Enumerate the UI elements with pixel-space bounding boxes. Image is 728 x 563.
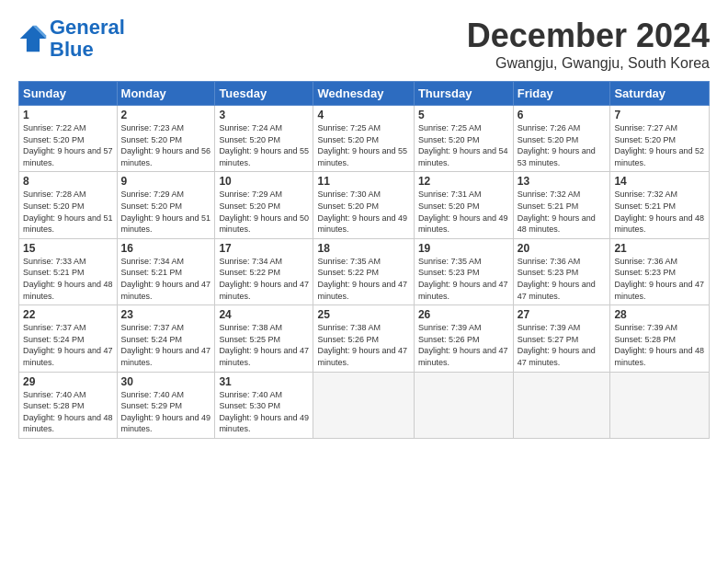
calendar-cell: [610, 372, 710, 438]
day-info: Sunrise: 7:35 AMSunset: 5:23 PMDaylight:…: [418, 256, 509, 302]
day-info: Sunrise: 7:36 AMSunset: 5:23 PMDaylight:…: [614, 256, 705, 302]
day-number: 13: [518, 175, 607, 188]
calendar-cell: 24Sunrise: 7:38 AMSunset: 5:25 PMDayligh…: [215, 305, 313, 372]
day-number: 31: [219, 375, 309, 388]
day-info: Sunrise: 7:35 AMSunset: 5:22 PMDaylight:…: [317, 256, 409, 302]
calendar-cell: 28Sunrise: 7:39 AMSunset: 5:28 PMDayligh…: [610, 305, 710, 372]
day-number: 26: [418, 308, 509, 321]
header: General Blue December 2024 Gwangju, Gwan…: [18, 17, 710, 72]
calendar-table: Sunday Monday Tuesday Wednesday Thursday…: [18, 81, 710, 439]
day-info: Sunrise: 7:39 AMSunset: 5:26 PMDaylight:…: [418, 322, 509, 368]
title-block: December 2024 Gwangju, Gwangju, South Ko…: [467, 17, 710, 72]
day-info: Sunrise: 7:32 AMSunset: 5:21 PMDaylight:…: [518, 189, 607, 235]
day-info: Sunrise: 7:28 AMSunset: 5:20 PMDaylight:…: [23, 189, 113, 235]
calendar-cell: 12Sunrise: 7:31 AMSunset: 5:20 PMDayligh…: [414, 172, 513, 238]
calendar-cell: 14Sunrise: 7:32 AMSunset: 5:21 PMDayligh…: [610, 172, 710, 238]
week-row-3: 15Sunrise: 7:33 AMSunset: 5:21 PMDayligh…: [19, 238, 710, 304]
day-info: Sunrise: 7:29 AMSunset: 5:20 PMDaylight:…: [121, 189, 211, 235]
day-info: Sunrise: 7:37 AMSunset: 5:24 PMDaylight:…: [121, 322, 211, 368]
week-row-5: 29Sunrise: 7:40 AMSunset: 5:28 PMDayligh…: [19, 372, 710, 438]
day-number: 3: [219, 109, 309, 121]
calendar-cell: 13Sunrise: 7:32 AMSunset: 5:21 PMDayligh…: [513, 172, 610, 238]
day-number: 27: [518, 308, 607, 321]
week-row-2: 8Sunrise: 7:28 AMSunset: 5:20 PMDaylight…: [19, 172, 710, 238]
day-number: 24: [219, 308, 309, 321]
day-number: 5: [418, 109, 509, 121]
day-number: 17: [219, 242, 309, 255]
calendar-cell: 26Sunrise: 7:39 AMSunset: 5:26 PMDayligh…: [414, 305, 513, 372]
calendar-cell: 25Sunrise: 7:38 AMSunset: 5:26 PMDayligh…: [313, 305, 414, 372]
col-monday: Monday: [117, 82, 215, 106]
day-number: 25: [317, 308, 409, 321]
day-info: Sunrise: 7:39 AMSunset: 5:28 PMDaylight:…: [614, 322, 705, 368]
day-number: 23: [121, 308, 211, 321]
day-number: 22: [23, 308, 113, 321]
day-info: Sunrise: 7:40 AMSunset: 5:30 PMDaylight:…: [219, 389, 309, 435]
calendar-cell: 18Sunrise: 7:35 AMSunset: 5:22 PMDayligh…: [313, 238, 414, 304]
day-number: 11: [317, 175, 409, 188]
calendar-cell: 21Sunrise: 7:36 AMSunset: 5:23 PMDayligh…: [610, 238, 710, 304]
logo-text: General Blue: [50, 17, 125, 61]
col-saturday: Saturday: [610, 82, 710, 106]
calendar-cell: 31Sunrise: 7:40 AMSunset: 5:30 PMDayligh…: [215, 372, 313, 438]
day-number: 7: [614, 109, 705, 121]
day-info: Sunrise: 7:37 AMSunset: 5:24 PMDaylight:…: [23, 322, 113, 368]
calendar-cell: 3Sunrise: 7:24 AMSunset: 5:20 PMDaylight…: [215, 106, 313, 172]
day-number: 18: [317, 242, 409, 255]
logo-blue: Blue: [50, 38, 94, 61]
col-sunday: Sunday: [19, 82, 118, 106]
day-number: 30: [121, 375, 211, 388]
calendar-header-row: Sunday Monday Tuesday Wednesday Thursday…: [19, 82, 710, 106]
day-info: Sunrise: 7:39 AMSunset: 5:27 PMDaylight:…: [518, 322, 607, 368]
calendar-cell: [414, 372, 513, 438]
day-info: Sunrise: 7:34 AMSunset: 5:21 PMDaylight:…: [121, 256, 211, 302]
calendar-cell: 9Sunrise: 7:29 AMSunset: 5:20 PMDaylight…: [117, 172, 215, 238]
day-info: Sunrise: 7:29 AMSunset: 5:20 PMDaylight:…: [219, 189, 309, 235]
calendar-cell: 20Sunrise: 7:36 AMSunset: 5:23 PMDayligh…: [513, 238, 610, 304]
calendar-cell: 6Sunrise: 7:26 AMSunset: 5:20 PMDaylight…: [513, 106, 610, 172]
day-info: Sunrise: 7:25 AMSunset: 5:20 PMDaylight:…: [317, 122, 409, 168]
col-friday: Friday: [513, 82, 610, 106]
day-info: Sunrise: 7:24 AMSunset: 5:20 PMDaylight:…: [219, 122, 309, 168]
day-number: 15: [23, 242, 113, 255]
col-wednesday: Wednesday: [313, 82, 414, 106]
day-number: 10: [219, 175, 309, 188]
calendar-cell: 10Sunrise: 7:29 AMSunset: 5:20 PMDayligh…: [215, 172, 313, 238]
calendar-cell: 11Sunrise: 7:30 AMSunset: 5:20 PMDayligh…: [313, 172, 414, 238]
day-info: Sunrise: 7:31 AMSunset: 5:20 PMDaylight:…: [418, 189, 509, 235]
calendar-cell: 2Sunrise: 7:23 AMSunset: 5:20 PMDaylight…: [117, 106, 215, 172]
day-number: 21: [614, 242, 705, 255]
calendar-cell: [313, 372, 414, 438]
calendar-cell: 5Sunrise: 7:25 AMSunset: 5:20 PMDaylight…: [414, 106, 513, 172]
day-info: Sunrise: 7:40 AMSunset: 5:28 PMDaylight:…: [23, 389, 113, 435]
month-title: December 2024: [467, 17, 710, 55]
calendar-cell: [513, 372, 610, 438]
day-info: Sunrise: 7:25 AMSunset: 5:20 PMDaylight:…: [418, 122, 509, 168]
col-thursday: Thursday: [414, 82, 513, 106]
calendar-cell: 7Sunrise: 7:27 AMSunset: 5:20 PMDaylight…: [610, 106, 710, 172]
day-info: Sunrise: 7:36 AMSunset: 5:23 PMDaylight:…: [518, 256, 607, 302]
day-info: Sunrise: 7:38 AMSunset: 5:26 PMDaylight:…: [317, 322, 409, 368]
day-info: Sunrise: 7:22 AMSunset: 5:20 PMDaylight:…: [23, 122, 113, 168]
calendar-cell: 22Sunrise: 7:37 AMSunset: 5:24 PMDayligh…: [19, 305, 118, 372]
day-number: 9: [121, 175, 211, 188]
calendar-cell: 30Sunrise: 7:40 AMSunset: 5:29 PMDayligh…: [117, 372, 215, 438]
day-number: 2: [121, 109, 211, 121]
day-number: 14: [614, 175, 705, 188]
calendar-cell: 27Sunrise: 7:39 AMSunset: 5:27 PMDayligh…: [513, 305, 610, 372]
day-number: 29: [23, 375, 113, 388]
day-info: Sunrise: 7:38 AMSunset: 5:25 PMDaylight:…: [219, 322, 309, 368]
calendar-cell: 23Sunrise: 7:37 AMSunset: 5:24 PMDayligh…: [117, 305, 215, 372]
logo-icon: [18, 24, 48, 53]
day-info: Sunrise: 7:23 AMSunset: 5:20 PMDaylight:…: [121, 122, 211, 168]
week-row-1: 1Sunrise: 7:22 AMSunset: 5:20 PMDaylight…: [19, 106, 710, 172]
day-number: 8: [23, 175, 113, 188]
calendar-cell: 16Sunrise: 7:34 AMSunset: 5:21 PMDayligh…: [117, 238, 215, 304]
page: General Blue December 2024 Gwangju, Gwan…: [0, 0, 728, 448]
calendar-cell: 15Sunrise: 7:33 AMSunset: 5:21 PMDayligh…: [19, 238, 118, 304]
day-number: 4: [317, 109, 409, 121]
day-info: Sunrise: 7:33 AMSunset: 5:21 PMDaylight:…: [23, 256, 113, 302]
day-number: 6: [518, 109, 607, 121]
logo: General Blue: [18, 17, 125, 61]
day-number: 12: [418, 175, 509, 188]
